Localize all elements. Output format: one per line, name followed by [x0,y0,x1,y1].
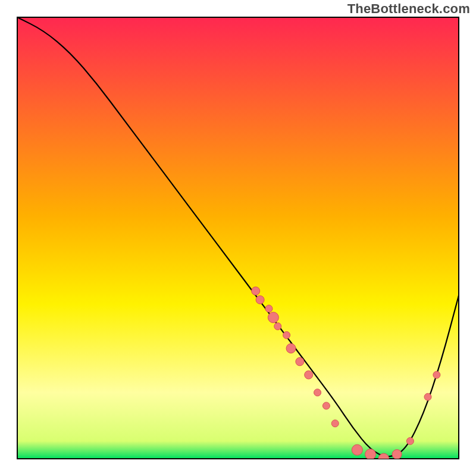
data-point [286,344,296,353]
data-point [283,331,290,339]
bottleneck-chart [0,0,476,476]
data-point [322,402,330,409]
data-point [331,420,339,427]
data-point [424,393,431,400]
data-point [406,437,414,444]
data-point [314,389,321,396]
data-point [268,312,278,323]
data-point [256,296,264,304]
data-point [352,444,362,455]
data-point [274,322,281,330]
plot-gradient-area [17,17,459,459]
data-point [265,305,273,312]
data-point [252,287,260,295]
data-point [296,358,304,366]
data-point [392,450,402,459]
data-point [433,371,440,378]
data-point [378,453,389,464]
data-point [305,371,313,379]
watermark-text: TheBottleneck.com [347,1,470,17]
data-point [365,449,376,460]
